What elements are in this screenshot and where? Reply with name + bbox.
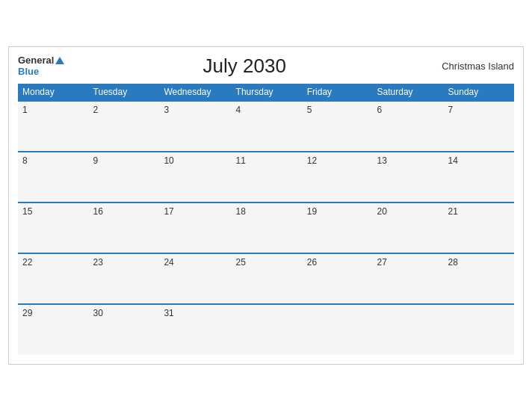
calendar-cell: 27 (373, 253, 444, 304)
week-row-3: 15161718192021 (18, 203, 514, 253)
weekday-header-thursday: Thursday (232, 84, 303, 101)
day-number: 14 (448, 155, 458, 166)
day-number: 17 (164, 206, 173, 217)
calendar-cell: 18 (232, 203, 303, 253)
day-number: 28 (448, 257, 458, 268)
calendar-cell: 10 (159, 152, 231, 203)
calendar-cell: 20 (373, 203, 444, 253)
calendar-cell: 5 (303, 101, 373, 152)
calendar-cell: 28 (444, 253, 514, 304)
day-number: 18 (236, 206, 246, 217)
calendar-cell: 16 (89, 203, 160, 253)
calendar-table: MondayTuesdayWednesdayThursdayFridaySatu… (18, 84, 514, 355)
calendar-cell: 23 (89, 253, 160, 304)
calendar-cell: 11 (232, 152, 303, 203)
calendar-cell (232, 304, 303, 355)
calendar-cell: 3 (159, 101, 231, 152)
weekday-header-saturday: Saturday (373, 84, 444, 101)
day-number: 29 (22, 308, 32, 318)
logo-triangle-icon (55, 57, 64, 64)
calendar-cell: 25 (232, 253, 303, 304)
calendar-cell (444, 304, 514, 355)
day-number: 23 (93, 257, 103, 268)
calendar-cell: 6 (373, 101, 444, 152)
logo-blue-text: Blue (18, 67, 39, 77)
day-number: 1 (22, 105, 28, 115)
calendar-cell: 26 (303, 253, 373, 304)
day-number: 26 (307, 257, 317, 268)
day-number: 9 (93, 155, 99, 166)
calendar-cell: 7 (444, 101, 514, 152)
weekday-header-sunday: Sunday (444, 84, 514, 101)
calendar-thead: MondayTuesdayWednesdayThursdayFridaySatu… (18, 84, 514, 101)
weekday-header-monday: Monday (18, 84, 89, 101)
day-number: 8 (22, 155, 28, 166)
calendar-cell: 22 (18, 253, 89, 304)
calendar-cell: 14 (444, 152, 514, 203)
day-number: 25 (236, 257, 246, 268)
calendar-cell: 15 (18, 203, 89, 253)
weekday-header-friday: Friday (303, 84, 373, 101)
calendar-cell: 31 (159, 304, 231, 355)
weekday-header-wednesday: Wednesday (159, 84, 231, 101)
calendar-cell: 17 (159, 203, 231, 253)
week-row-1: 1234567 (18, 101, 514, 152)
calendar: General Blue July 2030 Christmas Island … (8, 46, 524, 365)
calendar-header: General Blue July 2030 Christmas Island (18, 55, 514, 78)
week-row-2: 891011121314 (18, 152, 514, 203)
calendar-cell: 2 (89, 101, 160, 152)
calendar-title: July 2030 (64, 55, 424, 78)
logo: General Blue (18, 55, 64, 77)
day-number: 27 (377, 257, 387, 268)
calendar-cell: 9 (89, 152, 160, 203)
calendar-cell: 19 (303, 203, 373, 253)
day-number: 2 (93, 105, 99, 115)
day-number: 21 (448, 206, 458, 217)
day-number: 7 (448, 105, 454, 115)
calendar-cell: 12 (303, 152, 373, 203)
weekday-header-row: MondayTuesdayWednesdayThursdayFridaySatu… (18, 84, 514, 101)
weekday-header-tuesday: Tuesday (89, 84, 160, 101)
calendar-cell: 24 (159, 253, 231, 304)
day-number: 6 (377, 105, 383, 115)
logo-general-text: General (18, 55, 64, 66)
day-number: 12 (307, 155, 317, 166)
calendar-cell (373, 304, 444, 355)
day-number: 16 (93, 206, 103, 217)
calendar-cell: 29 (18, 304, 89, 355)
day-number: 11 (236, 155, 246, 166)
day-number: 13 (377, 155, 387, 166)
calendar-cell: 21 (444, 203, 514, 253)
day-number: 24 (164, 257, 173, 268)
day-number: 15 (22, 206, 32, 217)
day-number: 4 (236, 105, 241, 115)
day-number: 20 (377, 206, 387, 217)
day-number: 10 (164, 155, 173, 166)
day-number: 30 (93, 308, 103, 318)
calendar-cell: 1 (18, 101, 89, 152)
calendar-cell: 30 (89, 304, 160, 355)
day-number: 19 (307, 206, 317, 217)
day-number: 5 (307, 105, 312, 115)
calendar-cell (303, 304, 373, 355)
calendar-tbody: 1234567891011121314151617181920212223242… (18, 101, 514, 355)
day-number: 22 (22, 257, 32, 268)
week-row-4: 22232425262728 (18, 253, 514, 304)
day-number: 3 (164, 105, 169, 115)
calendar-cell: 4 (232, 101, 303, 152)
week-row-5: 293031 (18, 304, 514, 355)
calendar-cell: 8 (18, 152, 89, 203)
location-label: Christmas Island (424, 61, 514, 72)
calendar-cell: 13 (373, 152, 444, 203)
day-number: 31 (164, 308, 173, 318)
